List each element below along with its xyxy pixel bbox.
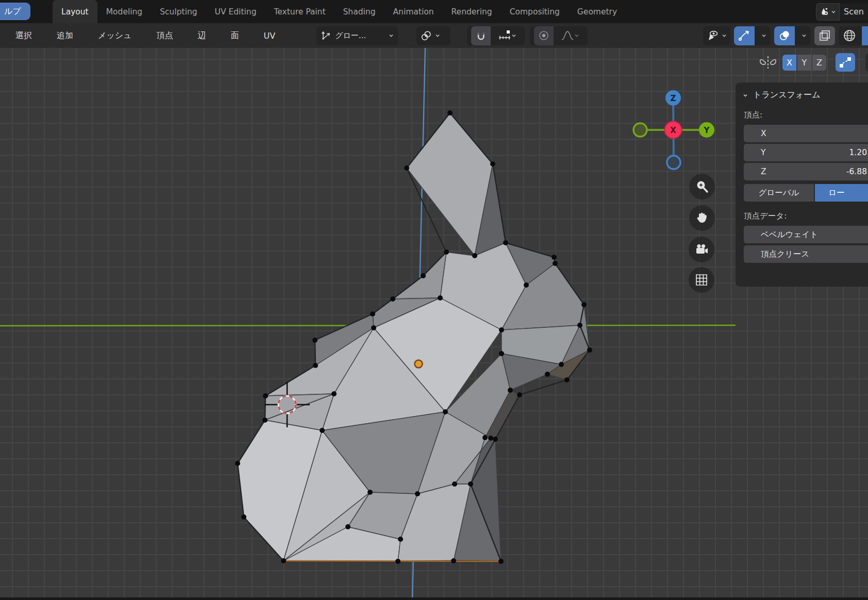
zoom-button[interactable] xyxy=(689,174,715,199)
object-origin-point xyxy=(415,360,423,368)
vertex-label: 頂点: xyxy=(736,101,868,125)
gizmo-axis-label: X xyxy=(670,126,676,135)
mesh-vertex[interactable] xyxy=(415,491,420,496)
vertex-data-item[interactable]: 頂点クリース xyxy=(744,245,868,263)
mesh-vertex[interactable] xyxy=(482,435,488,440)
statusbar-edge xyxy=(0,597,868,600)
mesh-vertex[interactable] xyxy=(564,377,570,382)
gizmo-axis-label: Z xyxy=(671,94,676,103)
hand-icon xyxy=(695,211,709,225)
mesh-vertex[interactable] xyxy=(508,388,513,393)
mesh-vertex[interactable] xyxy=(498,559,504,564)
mesh-vertex[interactable] xyxy=(313,363,318,368)
mirror-axis-z[interactable]: Z xyxy=(812,55,826,71)
mesh-vertex[interactable] xyxy=(444,249,449,255)
clipped-header-widget xyxy=(865,53,868,72)
mesh-vertex[interactable] xyxy=(241,514,246,520)
mesh-vertex[interactable] xyxy=(517,392,522,397)
gizmo-axis-label: Y xyxy=(704,126,710,135)
mesh-vertex[interactable] xyxy=(345,524,350,529)
mesh-vertex[interactable] xyxy=(472,253,477,258)
orthographic-grid-button[interactable] xyxy=(689,267,714,293)
mesh-vertex[interactable] xyxy=(421,273,426,278)
mesh-vertex[interactable] xyxy=(447,110,453,115)
coord-label: Z xyxy=(744,167,766,176)
mesh-vertex[interactable] xyxy=(524,282,529,288)
auto-merge-icon xyxy=(839,56,852,69)
mesh-vertex[interactable] xyxy=(281,558,286,563)
auto-merge-toggle[interactable] xyxy=(836,53,855,72)
mesh-vertex[interactable] xyxy=(371,325,376,330)
mesh-vertex[interactable] xyxy=(451,558,456,563)
mesh-vertex[interactable] xyxy=(503,240,508,245)
vertex-coordinate-rows: XY1.20Z-6.88 xyxy=(736,125,868,180)
pan-button[interactable] xyxy=(689,205,715,231)
mesh-vertex[interactable] xyxy=(553,261,558,266)
mesh-vertex[interactable] xyxy=(404,165,409,171)
mesh-vertex[interactable] xyxy=(559,362,564,367)
mesh-vertex[interactable] xyxy=(398,537,403,542)
mesh-vertex[interactable] xyxy=(552,255,557,260)
gizmo-ball-z-neg[interactable] xyxy=(667,156,680,169)
mesh-vertex[interactable] xyxy=(331,391,337,396)
mesh-vertex[interactable] xyxy=(577,323,582,328)
magnifier-plus-icon xyxy=(695,179,709,194)
mesh-vertex[interactable] xyxy=(235,461,240,466)
mesh-vertex[interactable] xyxy=(488,436,493,441)
transform-panel-header[interactable]: トランスフォーム xyxy=(736,82,868,101)
vertex-data-rows: ベベルウェイト頂点クリース xyxy=(736,226,868,263)
mesh-vertex[interactable] xyxy=(390,296,395,302)
mesh-vertex[interactable] xyxy=(395,559,400,564)
mirror-controls: XYZ xyxy=(759,53,868,72)
mirror-axis-x[interactable]: X xyxy=(782,55,796,71)
navigation-gizmo[interactable]: ZYX xyxy=(627,80,720,178)
mesh-vertex[interactable] xyxy=(263,393,268,398)
selected-bottom-edge[interactable] xyxy=(283,561,501,561)
coord-row-z[interactable]: Z-6.88 xyxy=(744,163,868,180)
mesh-vertex[interactable] xyxy=(452,481,457,487)
mesh-vertex[interactable] xyxy=(438,295,443,301)
symmetry-butterfly-icon[interactable] xyxy=(759,54,777,71)
vertex-data-item[interactable]: ベベルウェイト xyxy=(744,226,868,243)
mesh-vertex[interactable] xyxy=(499,351,504,356)
mesh-vertex[interactable] xyxy=(262,418,268,423)
gizmo-ball-y-neg[interactable] xyxy=(633,123,647,137)
camera-view-button[interactable] xyxy=(689,237,714,262)
space-toggle: グローバルロー xyxy=(744,184,868,202)
mirror-axis-y[interactable]: Y xyxy=(797,55,811,71)
camera-icon xyxy=(694,242,709,257)
coord-label: Y xyxy=(744,148,765,157)
grid-icon xyxy=(694,273,709,287)
mesh-vertex[interactable] xyxy=(490,161,495,166)
mesh-vertex[interactable] xyxy=(493,437,498,442)
mesh-vertex[interactable] xyxy=(581,302,587,307)
mesh-vertex[interactable] xyxy=(443,409,448,414)
coord-value: 1.20 xyxy=(849,148,868,157)
vertex-data-label: 頂点データ: xyxy=(736,202,868,226)
mesh-vertex[interactable] xyxy=(468,481,473,487)
mesh-vertex[interactable] xyxy=(312,338,318,343)
mesh-vertex[interactable] xyxy=(370,311,375,316)
n-panel-transform: トランスフォーム 頂点: XY1.20Z-6.88 グローバルロー 頂点データ:… xyxy=(736,82,868,287)
global-space-button[interactable]: グローバル xyxy=(744,184,814,202)
chevron-down-icon xyxy=(743,93,748,98)
coord-row-y[interactable]: Y1.20 xyxy=(744,144,868,161)
local-space-button[interactable]: ロー xyxy=(815,184,868,202)
mesh-vertex[interactable] xyxy=(587,347,592,353)
mirror-axis-buttons: XYZ xyxy=(782,55,826,71)
coord-label: X xyxy=(744,129,766,138)
mesh-vertex[interactable] xyxy=(499,327,504,332)
mesh-vertex[interactable] xyxy=(320,428,325,433)
mesh-vertex[interactable] xyxy=(545,372,550,377)
coord-value: -6.88 xyxy=(846,167,868,176)
mesh-vertex[interactable] xyxy=(368,490,373,495)
coord-row-x[interactable]: X xyxy=(744,125,868,142)
panel-title: トランスフォーム xyxy=(753,90,821,101)
